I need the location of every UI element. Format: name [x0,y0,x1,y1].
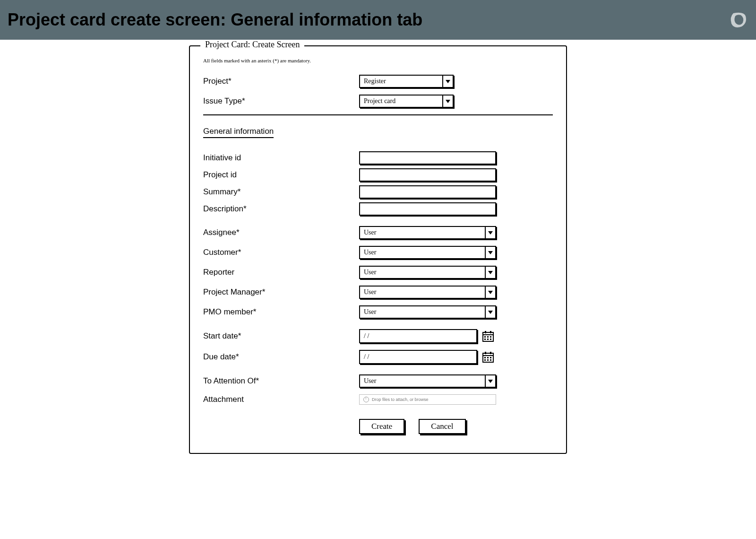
label-to-attention: To Attention Of* [203,376,359,386]
svg-rect-14 [484,357,486,358]
chevron-down-icon [485,267,495,278]
start-date-input[interactable]: / / [359,329,477,343]
svg-rect-16 [490,357,491,358]
svg-rect-9 [490,339,491,340]
label-issue-type: Issue Type* [203,96,359,106]
svg-rect-5 [487,336,489,338]
project-manager-select[interactable]: User [359,286,496,299]
customer-select[interactable]: User [359,246,496,259]
chevron-down-icon [442,96,453,107]
svg-rect-8 [487,339,489,340]
reporter-select[interactable]: User [359,266,496,279]
chevron-down-icon [485,227,495,238]
svg-rect-15 [487,357,489,358]
project-id-input[interactable] [359,168,496,182]
svg-rect-17 [484,359,486,361]
upload-icon [363,397,369,402]
project-select[interactable]: Register [359,75,454,88]
slide-header: Project card create screen: General info… [0,0,756,40]
frame-legend: Project Card: Create Screen [200,40,304,50]
project-select-value: Register [360,78,442,85]
label-description: Description* [203,204,359,214]
svg-rect-3 [490,331,491,333]
brand-logo-icon [728,9,748,30]
svg-rect-6 [490,336,491,338]
label-attachment: Attachment [203,395,359,404]
svg-rect-4 [484,336,486,338]
label-assignee: Assignee* [203,228,359,237]
chevron-down-icon [485,375,495,387]
create-button[interactable]: Create [359,419,404,434]
form-frame: Project Card: Create Screen All fields m… [189,45,567,454]
mandatory-note: All fields marked with an asterix (*) ar… [203,58,553,63]
summary-input[interactable] [359,185,496,199]
chevron-down-icon [442,76,453,87]
svg-rect-12 [485,352,486,354]
label-initiative-id: Initiative id [203,153,359,163]
due-date-input[interactable]: / / [359,350,477,364]
svg-rect-19 [490,359,491,361]
label-project: Project* [203,77,359,86]
label-start-date: Start date* [203,331,359,341]
label-project-manager: Project Manager* [203,287,359,297]
svg-rect-7 [484,339,486,340]
to-attention-select[interactable]: User [359,374,496,388]
description-input[interactable] [359,202,496,216]
label-project-id: Project id [203,170,359,180]
page-title: Project card create screen: General info… [8,10,422,30]
assignee-select[interactable]: User [359,226,496,239]
issue-type-select[interactable]: Project card [359,95,454,108]
tab-general-information[interactable]: General information [203,127,274,138]
label-customer: Customer* [203,248,359,257]
attachment-dropzone[interactable]: Drop files to attach, or browse [359,394,496,405]
pmo-member-select[interactable]: User [359,305,496,319]
label-pmo-member: PMO member* [203,307,359,317]
calendar-icon[interactable] [482,330,494,342]
cancel-button[interactable]: Cancel [419,419,465,434]
chevron-down-icon [485,287,495,298]
attachment-hint: Drop files to attach, or browse [372,397,429,402]
svg-rect-13 [490,352,491,354]
section-divider [203,114,553,115]
chevron-down-icon [485,306,495,318]
svg-rect-18 [487,359,489,361]
calendar-icon[interactable] [482,351,494,363]
chevron-down-icon [485,247,495,258]
issue-type-select-value: Project card [360,97,442,105]
label-summary: Summary* [203,187,359,197]
label-due-date: Due date* [203,352,359,362]
svg-rect-2 [485,331,486,333]
initiative-id-input[interactable] [359,151,496,165]
label-reporter: Reporter [203,268,359,277]
